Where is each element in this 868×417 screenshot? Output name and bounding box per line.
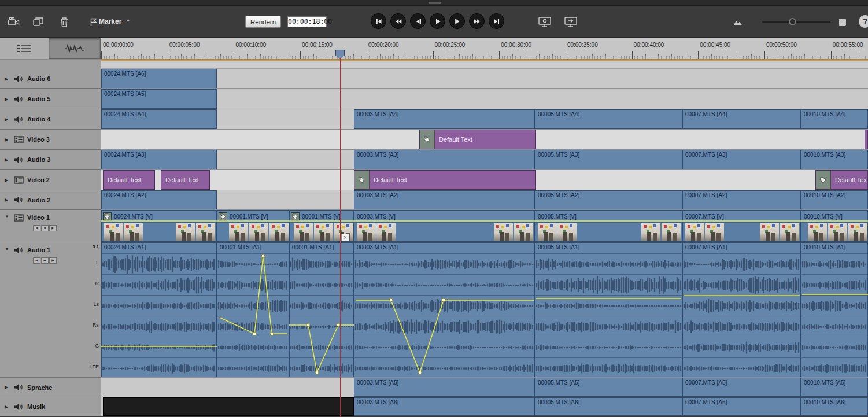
track-header-audio-6[interactable]: ▶Audio 6 — [0, 69, 101, 89]
clip-00024-mts-a3[interactable]: 00024.MTS [A3] — [101, 150, 217, 169]
track-header-audio-3[interactable]: ▶Audio 3 — [0, 150, 101, 170]
clip-00005-mts-a5[interactable]: 00005.MTS [A5] — [535, 378, 682, 397]
panel-drag-handle[interactable] — [429, 2, 441, 4]
film-camera-icon[interactable] — [6, 14, 22, 29]
expand-track-icon[interactable]: ▶ — [5, 137, 12, 142]
expand-track-icon[interactable]: ▶ — [5, 197, 12, 202]
clip-00003-mts-a5[interactable]: 00003.MTS [A5] — [354, 378, 535, 397]
prev-keyframe-button[interactable]: ◀ — [33, 225, 40, 231]
help-icon[interactable]: ? — [859, 15, 868, 28]
expand-track-icon[interactable]: ▶ — [5, 385, 12, 390]
clip-00010-mts-a1[interactable]: 00010.MTS [A1] — [801, 242, 868, 377]
clip-00005-mts-a2[interactable]: 00005.MTS [A2] — [535, 190, 682, 209]
clip-00005-mts-a6[interactable]: 00005.MTS [A6] — [535, 397, 682, 416]
clip-00024-mts-a4[interactable]: 00024.MTS [A4] — [101, 109, 217, 129]
next-keyframe-button[interactable]: ▶ — [49, 257, 57, 264]
next-keyframe-button[interactable]: ▶ — [49, 225, 57, 231]
expand-track-icon[interactable]: ▶ — [5, 76, 12, 82]
clip-00024-mts-v[interactable]: 00024.MTS [V] — [101, 210, 217, 242]
clip-00005-mts-a1[interactable]: 00005.MTS [A1] — [535, 242, 682, 377]
go-to-end-button[interactable] — [489, 13, 504, 29]
clip-00001-mts-a1[interactable]: 00001.MTS [A1] — [217, 242, 289, 377]
track-header-audio-1[interactable]: ▼Audio 1◀◆▶5.1LRLsRsCLFE — [0, 242, 101, 378]
clip-00010-mts-a2[interactable]: 00010.MTS [A2] — [801, 190, 868, 209]
zoom-in-icon[interactable] — [834, 14, 850, 29]
time-ruler[interactable]: 00:00:00:0000:00:05:0000:00:10:0000:00:1… — [101, 38, 868, 59]
zoom-out-icon[interactable] — [730, 14, 746, 29]
clip-00010-mts-a6[interactable]: 00010.MTS [A6] — [801, 397, 868, 416]
track-list-view-button[interactable] — [8, 39, 41, 58]
clip-00003-mts-a3[interactable]: 00003.MTS [A3] — [354, 150, 535, 169]
monitor-export-icon[interactable] — [563, 14, 579, 29]
track-header-video-1[interactable]: ▼Video 1◀◆▶ — [0, 210, 101, 242]
clip-00007-mts-a2[interactable]: 00007.MTS [A2] — [682, 190, 801, 209]
waveform-view-button[interactable] — [49, 38, 101, 59]
collapse-track-icon[interactable]: ▼ — [5, 246, 12, 252]
rewind-button[interactable] — [390, 13, 406, 29]
clip-00005-mts-a3[interactable]: 00005.MTS [A3] — [535, 150, 682, 169]
clip-00007-mts-a6[interactable]: 00007.MTS [A6] — [682, 397, 801, 416]
track-header-audio-5[interactable]: ▶Audio 5 — [0, 89, 101, 109]
title-clip-default-text[interactable]: Default Text — [419, 130, 536, 149]
clip-fx-badge-icon[interactable]: × — [341, 234, 349, 241]
clip-dark[interactable] — [103, 397, 354, 416]
expand-track-icon[interactable]: ▶ — [5, 117, 12, 122]
clip-00007-mts-a1[interactable]: 00007.MTS [A1] — [682, 242, 801, 377]
render-button[interactable]: Rendern — [245, 16, 281, 28]
monitor-settings-icon[interactable] — [537, 14, 553, 29]
timecode-display[interactable]: 00:00:18:00 — [287, 16, 327, 27]
clip-00001-mts-v[interactable]: 00001.MTS [V] — [217, 210, 289, 242]
clip-00024-mts-a1[interactable]: 00024.MTS [A1] — [101, 242, 217, 377]
add-keyframe-button[interactable]: ◆ — [41, 225, 49, 231]
zoom-slider-handle[interactable] — [789, 18, 796, 25]
expand-track-icon[interactable]: ▶ — [5, 97, 12, 102]
track-header-video-3[interactable]: ▶Video 3 — [0, 130, 101, 150]
title-clip-default-text[interactable]: Default Text — [103, 170, 155, 190]
clip-00007-mts-a3[interactable]: 00007.MTS [A3] — [682, 150, 801, 169]
title-clip-title[interactable] — [865, 130, 868, 149]
play-button[interactable] — [430, 13, 445, 29]
clip-00010-mts-a3[interactable]: 00010.MTS [A3] — [801, 150, 868, 169]
track-header-audio-2[interactable]: ▶Audio 2 — [0, 190, 101, 210]
title-clip-default-text[interactable]: Default Text — [161, 170, 210, 190]
clip-00001-mts-a1[interactable]: 00001.MTS [A1] — [289, 242, 354, 377]
expand-track-icon[interactable]: ▶ — [5, 157, 12, 163]
clip-00024-mts-a6[interactable]: 00024.MTS [A6] — [101, 69, 217, 88]
clip-00007-mts-a5[interactable]: 00007.MTS [A5] — [682, 378, 801, 397]
clip-00003-mts-a4[interactable]: 00003.MTS [A4] — [354, 109, 535, 129]
marker-menu[interactable]: Marker — [99, 17, 121, 25]
clip-00024-mts-a2[interactable]: 00024.MTS [A2] — [101, 190, 217, 209]
clip-00010-mts-a4[interactable]: 00010.MTS [A4] — [801, 109, 868, 129]
work-area-bar[interactable] — [101, 60, 868, 69]
clip-00007-mts-a4[interactable]: 00007.MTS [A4] — [682, 109, 801, 129]
clip-00003-mts-a6[interactable]: 00003.MTS [A6] — [354, 397, 535, 416]
clip-00010-mts-v[interactable]: 00010.MTS [V] — [801, 210, 868, 242]
expand-track-icon[interactable]: ▶ — [5, 178, 12, 183]
zoom-slider-track[interactable] — [762, 21, 830, 23]
clip-00005-mts-v[interactable]: 00005.MTS [V] — [535, 210, 682, 242]
fast-forward-button[interactable] — [469, 13, 485, 29]
zoom-slider[interactable] — [762, 18, 830, 26]
clip-00005-mts-a4[interactable]: 00005.MTS [A4] — [535, 109, 682, 129]
expand-track-icon[interactable]: ▶ — [5, 404, 12, 409]
title-clip-default-text[interactable]: Default Text — [354, 170, 536, 190]
chevron-down-icon[interactable]: ⌄ — [125, 14, 131, 23]
delete-icon[interactable] — [56, 14, 72, 29]
duplicate-icon[interactable] — [30, 14, 46, 29]
clip-00003-mts-a2[interactable]: 00003.MTS [A2] — [354, 190, 535, 209]
step-back-button[interactable] — [410, 13, 426, 29]
collapse-track-icon[interactable]: ▼ — [5, 214, 12, 219]
clip-00024-mts-a5[interactable]: 00024.MTS [A5] — [101, 89, 217, 109]
track-header-audio-4[interactable]: ▶Audio 4 — [0, 109, 101, 130]
add-keyframe-button[interactable]: ◆ — [41, 257, 49, 264]
track-header-musik[interactable]: ▶Musik — [0, 397, 101, 416]
clip-00010-mts-a5[interactable]: 00010.MTS [A5] — [801, 378, 868, 397]
clip-00003-mts-v[interactable]: 00003.MTS [V] — [354, 210, 535, 242]
track-header-video-2[interactable]: ▶Video 2 — [0, 170, 101, 190]
clip-00003-mts-a1[interactable]: 00003.MTS [A1] — [354, 242, 535, 377]
track-header-sprache[interactable]: ▶Sprache — [0, 378, 101, 397]
prev-keyframe-button[interactable]: ◀ — [33, 257, 40, 264]
step-forward-button[interactable] — [449, 13, 465, 29]
clip-00007-mts-v[interactable]: 00007.MTS [V] — [682, 210, 801, 242]
go-to-start-button[interactable] — [371, 13, 386, 29]
